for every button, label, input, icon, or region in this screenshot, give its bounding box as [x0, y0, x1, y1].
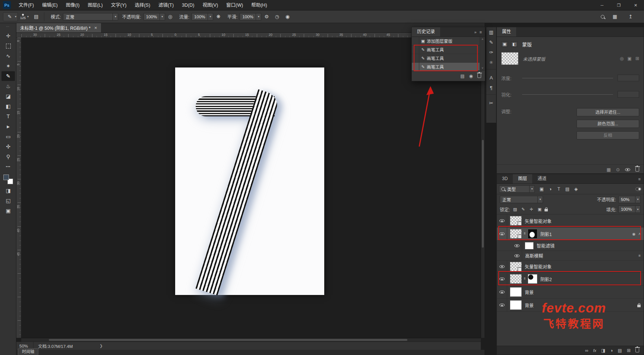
lock-artboard-icon[interactable]: ▣	[536, 206, 543, 213]
menu-type[interactable]: 文字(Y)	[107, 0, 131, 10]
screen-mode-button[interactable]: ◱	[1, 196, 15, 205]
layer-row-vector-smart-1[interactable]: 矢量智能对象	[497, 214, 644, 227]
visibility-toggle[interactable]	[497, 299, 507, 311]
vertical-scrollbar[interactable]	[481, 38, 484, 338]
new-group-icon[interactable]: ▤	[618, 348, 622, 353]
layer-row-background-copy[interactable]: 背景	[497, 286, 644, 299]
layer-opacity-select[interactable]: 50% ▾	[618, 196, 641, 203]
lock-transparent-icon[interactable]: ▨	[512, 206, 518, 213]
filter-adjustment-layers-icon[interactable]: ◑	[546, 185, 554, 193]
status-chevron-icon[interactable]: ❯	[100, 344, 102, 348]
canvas[interactable]	[21, 38, 481, 338]
blend-mode-select[interactable]: 正常 ▾	[63, 13, 118, 21]
artboard-button[interactable]: ▣	[1, 206, 15, 216]
eraser-tool[interactable]: ◪	[1, 91, 15, 101]
tab-properties[interactable]: 属性	[497, 27, 516, 37]
layer-style-fx-icon[interactable]: fx	[593, 348, 596, 353]
layer-thumbnail[interactable]	[510, 274, 522, 284]
menu-3d[interactable]: 3D(D)	[178, 0, 198, 10]
filter-type-layers-icon[interactable]: T	[555, 185, 563, 193]
layer-row-shadow2[interactable]: ∞ 阴影2	[497, 273, 644, 286]
menu-layer[interactable]: 图层(L)	[83, 0, 107, 10]
new-snapshot-icon[interactable]: ◉	[469, 73, 473, 79]
timeline-button[interactable]: 时间轴	[18, 348, 38, 355]
history-item-brush-3[interactable]: ✎ 画笔工具	[412, 63, 480, 71]
delete-layer-trash-icon[interactable]	[635, 348, 639, 352]
feather-slider[interactable]	[522, 94, 613, 95]
apply-mask-icon[interactable]: ⊙	[616, 167, 620, 172]
marquee-tool[interactable]	[1, 41, 15, 51]
layer-filter-select[interactable]: 类型 ▾	[499, 185, 535, 193]
flow-select[interactable]: 100% ▾	[192, 13, 213, 21]
smoothing-options-gear-icon[interactable]: ⚙	[262, 12, 271, 21]
tab-history[interactable]: 历史记录	[412, 27, 440, 37]
workspace-switcher-icon[interactable]: ▦	[610, 12, 619, 21]
quick-selection-tool[interactable]: ✶	[1, 61, 15, 71]
visibility-toggle[interactable]	[512, 251, 522, 260]
new-document-from-state-icon[interactable]: ▤	[460, 73, 464, 79]
pen-pressure-size-icon[interactable]: ◉	[283, 12, 292, 21]
brush-settings-panel-icon[interactable]: ✑	[486, 47, 496, 57]
minimize-button[interactable]: ─	[594, 0, 610, 10]
path-select-tool[interactable]: ▶	[1, 122, 15, 131]
layer-row-vector-smart-2[interactable]: 矢量智能对象	[497, 261, 644, 273]
brush-tool[interactable]: ✎	[1, 71, 15, 81]
zoom-tool[interactable]: ⚲	[1, 152, 15, 161]
link-layers-icon[interactable]: ∞	[585, 348, 588, 353]
horizontal-scrollbar[interactable]	[21, 338, 481, 342]
opacity-select[interactable]: 100% ▾	[143, 13, 165, 21]
history-item-add-mask[interactable]: ▣ 添加图层蒙版	[412, 37, 480, 45]
tab-channels[interactable]: 通道	[532, 174, 552, 183]
close-button[interactable]: ✕	[627, 0, 644, 10]
layer-thumbnail[interactable]	[510, 300, 522, 310]
maximize-button[interactable]: ❐	[610, 0, 627, 10]
pixel-mask-icon[interactable]: ▣	[501, 41, 508, 47]
smoothing-select[interactable]: 100% ▾	[240, 13, 261, 21]
menu-view[interactable]: 视图(V)	[198, 0, 222, 10]
mask-option-icon-2[interactable]: ▣	[628, 56, 632, 61]
filter-pixel-layers-icon[interactable]: ▣	[538, 185, 546, 193]
search-icon[interactable]	[601, 15, 604, 19]
layer-mask-thumbnail[interactable]	[528, 274, 537, 284]
history-item-brush-2[interactable]: ✎ 画笔工具	[412, 54, 480, 63]
move-tool[interactable]: ✛	[1, 31, 15, 41]
visibility-toggle[interactable]	[497, 273, 507, 285]
layer-mask-thumbnail[interactable]	[528, 229, 537, 239]
density-value-box[interactable]	[618, 75, 639, 81]
clone-source-panel-icon[interactable]: ⍟	[486, 57, 496, 67]
panel-menu-icon[interactable]: ≡	[638, 177, 641, 181]
filter-shape-layers-icon[interactable]: ▤	[564, 185, 571, 193]
layer-thumbnail[interactable]	[510, 229, 522, 239]
history-source-checkbox[interactable]	[412, 54, 419, 62]
brush-panel-icon[interactable]: ✎	[486, 37, 496, 47]
brush-preset-picker[interactable]: 125 ▾	[20, 14, 29, 20]
layer-filter-toggle[interactable]	[635, 187, 641, 191]
visibility-toggle[interactable]	[497, 286, 507, 298]
vertical-scroll-thumb[interactable]	[482, 140, 484, 248]
menu-edit[interactable]: 编辑(E)	[38, 0, 62, 10]
tool-preset-picker[interactable]: ✎ ▾	[3, 12, 18, 21]
mask-thumbnail[interactable]	[501, 52, 518, 65]
layer-row-gaussian-blur[interactable]: 高斯模糊 ≡	[497, 251, 644, 261]
layer-row-smart-filters[interactable]: 智能滤镜	[497, 241, 644, 251]
horizontal-scroll-thumb[interactable]	[49, 339, 407, 341]
visibility-toggle[interactable]	[497, 227, 507, 240]
history-scrollbar[interactable]: ˄ ˅	[480, 37, 485, 70]
menu-help[interactable]: 帮助(H)	[247, 0, 271, 10]
scroll-up-icon[interactable]: ˄	[482, 38, 483, 41]
feather-value-box[interactable]	[618, 91, 639, 98]
fill-select[interactable]: 100% ▾	[618, 205, 641, 213]
add-mask-icon[interactable]: ◨	[601, 348, 605, 353]
menu-image[interactable]: 图像(I)	[62, 0, 84, 10]
mask-option-icon-3[interactable]: ⊞	[635, 56, 639, 61]
select-and-mask-button[interactable]: 选择并遮住...	[577, 108, 639, 116]
vector-mask-icon[interactable]: ◧	[511, 41, 518, 47]
tab-layers[interactable]: 图层	[513, 174, 532, 183]
filter-smart-objects-icon[interactable]: ◈	[572, 185, 580, 193]
menu-file[interactable]: 文件(F)	[15, 0, 38, 10]
history-source-checkbox[interactable]	[412, 63, 419, 71]
visibility-toggle[interactable]	[512, 241, 522, 251]
paint-bucket-tool[interactable]: ◧	[1, 101, 15, 111]
pen-pressure-opacity-icon[interactable]: ◎	[166, 12, 175, 21]
document-canvas[interactable]	[175, 67, 324, 295]
